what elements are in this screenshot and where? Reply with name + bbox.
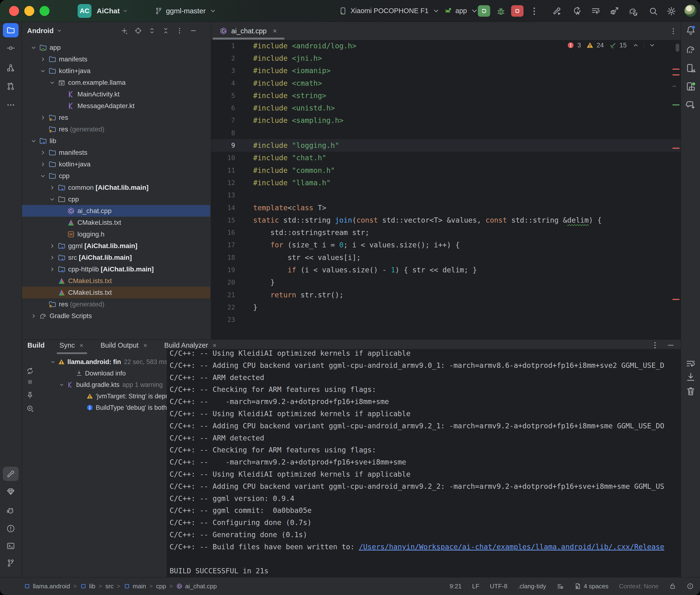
attach-debugger-button[interactable] [609, 6, 619, 16]
macos-minimize-button[interactable] [24, 6, 34, 16]
gradle-sync-button[interactable] [628, 6, 638, 16]
project-tree-row[interactable]: lib [22, 135, 210, 147]
notifications-button[interactable] [685, 25, 696, 36]
macos-close-button[interactable] [9, 6, 19, 16]
sync-icon[interactable] [26, 367, 34, 375]
commit-tool-button[interactable] [3, 41, 19, 55]
add-button[interactable] [120, 27, 128, 34]
build-tool-button[interactable] [3, 467, 19, 481]
app-quality-insights-button[interactable] [3, 484, 19, 499]
status-line-separator[interactable]: LF [472, 583, 479, 590]
breadcrumb-item[interactable]: main [123, 583, 146, 590]
project-tree-row[interactable]: com.example.llama [22, 77, 210, 88]
project-icon[interactable]: AC [78, 4, 91, 18]
project-tool-button[interactable] [3, 23, 19, 37]
editor-tab[interactable]: ai_chat.cpp [212, 22, 285, 40]
project-tree-row[interactable]: app [22, 42, 210, 53]
clear-console-button[interactable] [685, 386, 696, 397]
build-options-button[interactable] [651, 341, 659, 349]
build-tab-build-output[interactable]: Build Output [99, 340, 149, 353]
apply-code-changes-button[interactable] [591, 6, 601, 16]
breadcrumb-item[interactable]: ai_chat.cpp [176, 583, 217, 590]
project-tree-row[interactable]: src [AiChat.lib.main] [22, 252, 210, 263]
debug-button[interactable] [496, 6, 506, 16]
gradle-tool-button[interactable] [685, 44, 696, 55]
status-caret-position[interactable]: 9:21 [450, 583, 462, 590]
error-stripe-mark[interactable] [672, 68, 679, 70]
editor-scrollbar[interactable] [676, 44, 679, 52]
device-manager-button[interactable] [685, 63, 696, 74]
more-actions-button[interactable] [529, 6, 539, 16]
panel-options-button[interactable] [176, 27, 184, 34]
inspections-widget[interactable]: 3 24 15 [567, 41, 656, 49]
project-tree-row[interactable]: res [22, 112, 210, 123]
expand-all-button[interactable] [148, 27, 156, 34]
scroll-to-end-button[interactable] [685, 371, 696, 382]
project-tree-row[interactable]: kotlin+java [22, 158, 210, 170]
status-indent[interactable]: 4 spaces [574, 583, 609, 590]
project-tree-row[interactable]: cpp [22, 170, 210, 182]
status-encoding[interactable]: UTF-8 [490, 583, 508, 590]
stop-gray-icon[interactable] [26, 378, 34, 386]
logcat-tool-button[interactable] [3, 504, 19, 518]
apply-changes-button[interactable] [572, 6, 582, 16]
build-tab-sync[interactable]: Sync [58, 340, 86, 353]
user-avatar[interactable] [684, 4, 697, 17]
run-configuration-selector[interactable]: app [440, 6, 479, 16]
breadcrumb-item[interactable]: lib [80, 583, 95, 590]
project-tree-row[interactable]: kotlin+java [22, 65, 210, 77]
problems-tool-button[interactable] [3, 521, 19, 536]
rerun-button[interactable] [478, 5, 490, 17]
build-console[interactable]: C/C++: -- Using KleidiAI optimized kerne… [167, 349, 681, 577]
project-view-selector[interactable]: Android [27, 27, 54, 35]
status-lock[interactable] [669, 583, 676, 590]
close-icon[interactable] [272, 28, 278, 34]
project-tree-row[interactable]: CMakeLists.txt [22, 275, 210, 287]
gemini-chat-button[interactable] [685, 100, 696, 111]
project-tree-row[interactable]: common [AiChat.lib.main] [22, 182, 210, 193]
structure-tool-button[interactable] [3, 61, 19, 75]
next-problem-button[interactable] [648, 41, 656, 49]
version-control-tool-button[interactable] [3, 556, 19, 570]
build-tab-build-analyzer[interactable]: Build Analyzer [163, 340, 219, 353]
collapse-all-button[interactable] [162, 27, 170, 34]
running-devices-button[interactable] [685, 81, 696, 92]
project-tree-row[interactable]: CMakeLists.txt [22, 217, 210, 228]
project-tree-row[interactable]: ggml [AiChat.lib.main] [22, 240, 210, 252]
project-tree-row[interactable]: cpp [22, 193, 210, 205]
build-tree-row[interactable]: 'jvmTarget: String' is deprec [36, 391, 167, 402]
error-stripe-mark[interactable] [672, 299, 679, 300]
build-button[interactable] [552, 6, 562, 16]
build-tree-row[interactable]: build.gradle.ktsapp 1 warning [36, 379, 167, 391]
breadcrumb-item[interactable]: llama.android [24, 583, 70, 590]
more-tool-windows-button[interactable] [3, 98, 19, 112]
terminal-tool-button[interactable] [3, 539, 19, 553]
console-path-link[interactable]: /Users/hanyin/Workspace/ai-chat/examples… [359, 543, 664, 551]
project-tree-row[interactable]: cpp-httplib [AiChat.lib.main] [22, 263, 210, 275]
status-context[interactable]: Context: None [619, 583, 659, 590]
project-tree-row[interactable]: MainActivity.kt [22, 88, 210, 100]
previous-problem-button[interactable] [632, 41, 640, 49]
project-tree-row[interactable]: ai_chat.cpp [22, 205, 210, 217]
locate-file-button[interactable] [134, 27, 142, 34]
hide-panel-button[interactable] [190, 27, 197, 34]
stop-button[interactable] [511, 5, 524, 17]
project-tree-row[interactable]: manifests [22, 53, 210, 65]
hide-build-panel-button[interactable] [666, 341, 675, 349]
build-tree-row[interactable]: Download info [36, 368, 167, 379]
settings-button[interactable] [666, 6, 676, 16]
breadcrumb-item[interactable]: cpp [156, 583, 166, 590]
status-formatter[interactable] [557, 583, 564, 590]
macos-zoom-button[interactable] [39, 6, 50, 16]
project-tree-row[interactable]: manifests [22, 147, 210, 158]
editor-options-button[interactable] [669, 27, 677, 35]
project-tree-row[interactable]: logging.h [22, 228, 210, 240]
status-clang-tidy[interactable]: .clang-tidy [518, 583, 546, 590]
project-tree-row[interactable]: Gradle Scripts [22, 310, 210, 322]
project-tree-row[interactable]: MessageAdapter.kt [22, 100, 210, 112]
soft-wrap-button[interactable] [685, 358, 696, 369]
code-area[interactable]: 1#include <android/log.h>2#include <jni.… [211, 40, 681, 339]
project-selector[interactable]: AiChat [97, 7, 120, 15]
error-stripe-mark[interactable] [672, 74, 679, 76]
device-selector[interactable]: Xiaomi POCOPHONE F1 [335, 7, 440, 15]
